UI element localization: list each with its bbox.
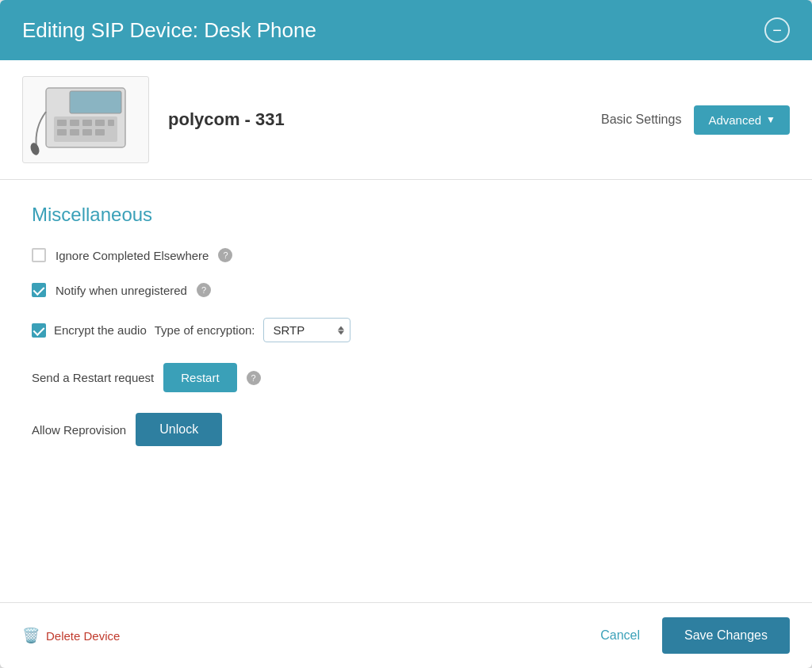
restart-button[interactable]: Restart — [163, 363, 236, 392]
unlock-button[interactable]: Unlock — [136, 413, 222, 446]
svg-rect-11 — [95, 129, 105, 136]
restart-help-icon[interactable]: ? — [247, 371, 261, 385]
advanced-button[interactable]: Advanced ▼ — [694, 105, 790, 135]
svg-rect-9 — [70, 129, 79, 136]
close-button[interactable]: − — [764, 17, 790, 43]
svg-rect-1 — [70, 91, 121, 113]
svg-rect-3 — [57, 120, 67, 126]
encryption-type-select[interactable]: SRTP DTLS-SRTP — [263, 318, 350, 342]
section-title: Miscellaneous — [32, 204, 780, 226]
delete-device-label: Delete Device — [46, 629, 120, 643]
modal-body: Miscellaneous Ignore Completed Elsewhere… — [0, 180, 812, 602]
encrypt-audio-label: Encrypt the audio — [54, 323, 147, 337]
svg-rect-4 — [70, 120, 79, 126]
notify-unregistered-row: Notify when unregistered ? — [32, 283, 780, 297]
modal-header: Editing SIP Device: Desk Phone − — [0, 0, 812, 60]
encryption-type-wrapper: SRTP DTLS-SRTP — [263, 318, 350, 342]
ignore-completed-help-icon[interactable]: ? — [218, 248, 232, 262]
svg-point-12 — [30, 142, 40, 156]
advanced-label: Advanced — [708, 113, 761, 127]
delete-device-button[interactable]: 🗑️ Delete Device — [22, 627, 120, 644]
restart-row: Send a Restart request Restart ? — [32, 363, 780, 392]
settings-nav: Basic Settings Advanced ▼ — [601, 105, 790, 135]
modal-container: Editing SIP Device: Desk Phone − — [0, 0, 812, 668]
cancel-button[interactable]: Cancel — [588, 620, 653, 651]
chevron-down-icon: ▼ — [766, 114, 776, 125]
ignore-completed-checkbox[interactable] — [32, 248, 46, 262]
encrypt-row-inner: Encrypt the audio Type of encryption: SR… — [32, 318, 350, 342]
svg-rect-5 — [82, 120, 92, 126]
notify-unregistered-checkbox[interactable] — [32, 283, 46, 297]
svg-rect-6 — [95, 120, 105, 126]
encrypt-audio-row: Encrypt the audio Type of encryption: SR… — [32, 318, 780, 342]
allow-reprovision-row: Allow Reprovision Unlock — [32, 413, 780, 446]
encrypt-audio-checkbox[interactable] — [32, 323, 46, 338]
restart-label: Send a Restart request — [32, 371, 154, 384]
notify-unregistered-help-icon[interactable]: ? — [197, 283, 211, 297]
ignore-completed-row: Ignore Completed Elsewhere ? — [32, 248, 780, 262]
trash-icon: 🗑️ — [22, 627, 40, 644]
device-name: polycom - 331 — [168, 109, 582, 130]
type-of-encryption-label: Type of encryption: — [155, 323, 255, 337]
modal-title: Editing SIP Device: Desk Phone — [22, 18, 316, 43]
device-image — [22, 76, 149, 163]
device-info-row: polycom - 331 Basic Settings Advanced ▼ — [0, 60, 812, 180]
ignore-completed-label: Ignore Completed Elsewhere — [56, 249, 209, 262]
notify-unregistered-label: Notify when unregistered — [56, 284, 187, 297]
basic-settings-link[interactable]: Basic Settings — [601, 113, 681, 127]
modal-footer: 🗑️ Delete Device Cancel Save Changes — [0, 602, 812, 668]
allow-reprovision-label: Allow Reprovision — [32, 423, 126, 437]
svg-rect-8 — [57, 129, 67, 136]
svg-rect-7 — [108, 120, 114, 126]
footer-actions: Cancel Save Changes — [588, 617, 790, 654]
svg-rect-10 — [82, 129, 92, 136]
phone-illustration — [30, 80, 141, 159]
save-changes-button[interactable]: Save Changes — [662, 617, 790, 654]
